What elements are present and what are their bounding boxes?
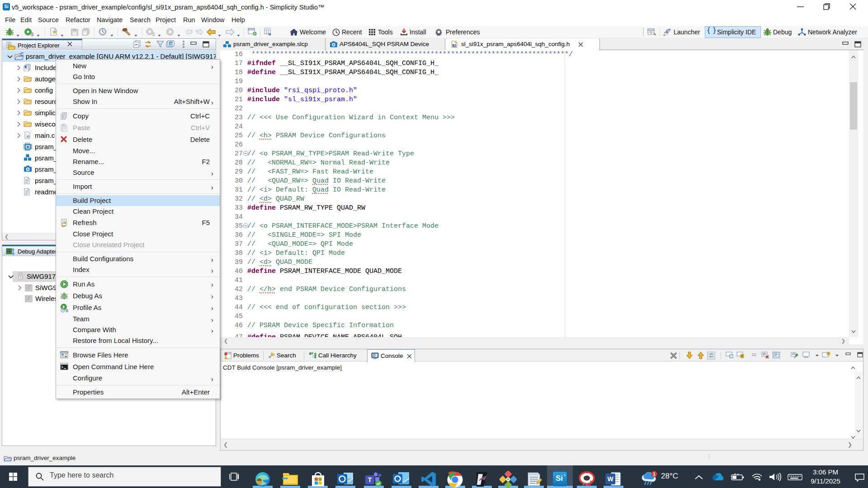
svg-text:1: 1 [653,472,656,477]
svg-text:.c: .c [26,134,29,138]
svg-text:C: C [20,52,24,57]
svg-text:T: T [368,476,372,483]
svg-text:Si: Si [170,42,173,45]
svg-text:.h: .h [453,44,456,47]
svg-text:W: W [607,475,613,483]
